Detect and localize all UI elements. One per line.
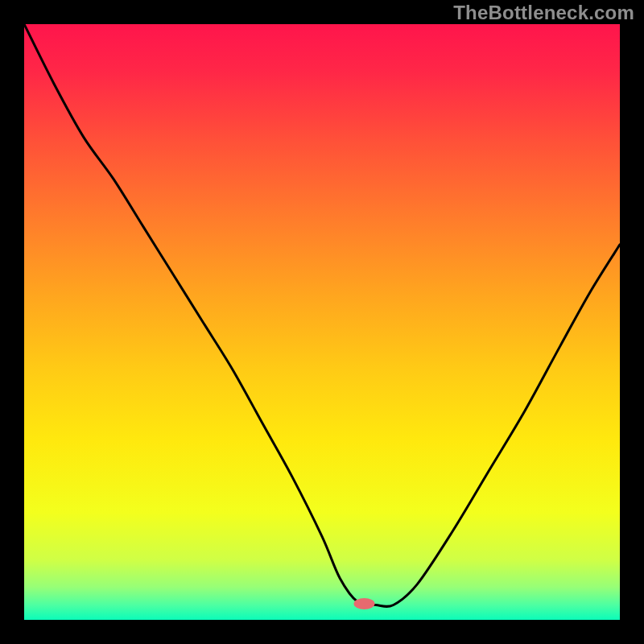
bottleneck-chart bbox=[24, 24, 620, 620]
chart-frame: TheBottleneck.com bbox=[0, 0, 644, 644]
watermark-text: TheBottleneck.com bbox=[453, 2, 634, 24]
optimal-marker bbox=[354, 598, 375, 609]
gradient-background bbox=[24, 24, 620, 620]
